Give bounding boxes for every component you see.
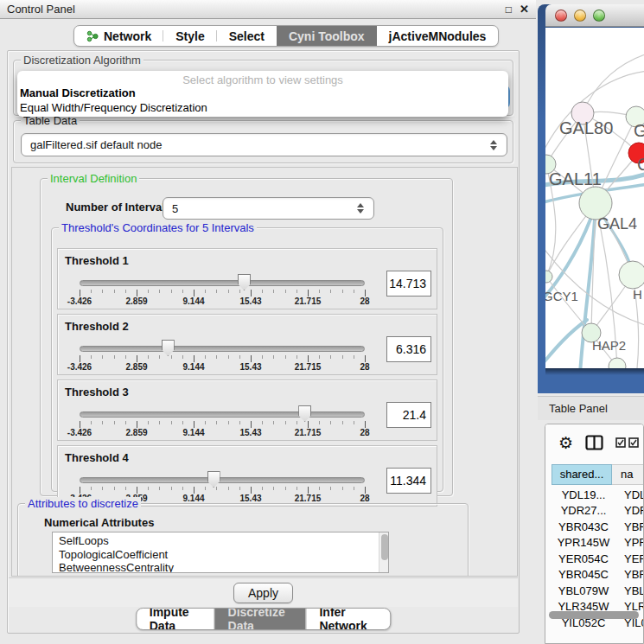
threshold-value-field[interactable]: 14.713 <box>386 271 431 296</box>
top-tab-label: Style <box>175 29 204 43</box>
number-of-intervals-label: Number of Intervals <box>66 201 171 214</box>
cell-name: YBL0 <box>615 584 644 597</box>
slider-ticks <box>80 487 365 494</box>
threshold-value-field[interactable]: 6.316 <box>386 336 431 362</box>
cell-name: YBR0 <box>615 520 644 533</box>
top-tab-cyni-toolbox[interactable]: Cyni Toolbox <box>277 26 377 46</box>
attribute-list-item[interactable]: TopologicalCoefficient <box>53 548 388 562</box>
network-window-titlebar <box>545 4 644 27</box>
top-tab-label: jActiveMNodules <box>389 29 487 43</box>
top-tab-label: Select <box>229 29 265 43</box>
threshold-value-field[interactable]: 11.344 <box>386 468 431 494</box>
slider-track[interactable] <box>80 346 365 352</box>
network-node-label: GAL80 <box>559 118 613 137</box>
minimize-traffic-light[interactable] <box>574 10 586 22</box>
threshold-row: Threshold 2-3.4262.8599.14415.4321.71528… <box>57 314 437 375</box>
cell-shared-name: YPR145W <box>552 536 615 549</box>
window-inner-shadow <box>545 368 644 375</box>
slider-thumb[interactable] <box>298 405 311 422</box>
network-canvas[interactable]: GAL80G.CGAL11GAL4GCY1HHAP2 <box>545 28 644 368</box>
cell-shared-name: YDR27... <box>552 504 615 517</box>
network-node-label: GAL4 <box>597 215 637 233</box>
select-columns-icon[interactable] <box>615 437 639 448</box>
table-row[interactable]: YDR27...YDR2 <box>552 503 644 520</box>
network-node-label: GCY1 <box>545 289 578 303</box>
algorithm-option[interactable]: Equal Width/Frequency Discretization <box>17 100 508 115</box>
algorithm-option[interactable]: Manual Discretization <box>17 86 508 100</box>
settings-scroll-pane: Interval Definition Number of Intervals … <box>11 167 518 577</box>
gear-icon[interactable]: ⚙ <box>558 435 573 451</box>
bottom-tab-impute-data[interactable]: Impute Data <box>137 609 215 629</box>
number-of-intervals-value: 5 <box>163 202 354 215</box>
float-window-icon[interactable]: □ <box>506 4 512 15</box>
slider-thumb[interactable] <box>207 471 220 488</box>
numerical-attributes-list[interactable]: SelfLoopsTopologicalCoefficientBetweenne… <box>52 532 389 573</box>
slider-track[interactable] <box>80 280 365 286</box>
table-horizontal-scrollbar[interactable] <box>549 611 639 619</box>
cell-shared-name: YBR045C <box>552 568 615 581</box>
interval-definition-group: Interval Definition Number of Intervals … <box>40 178 453 496</box>
column-header-name[interactable]: na <box>612 464 644 485</box>
threshold-label: Threshold 4 <box>65 451 129 464</box>
attribute-list-item[interactable]: SelfLoops <box>53 534 388 548</box>
table-header-row: shared... na <box>552 464 644 485</box>
cyni-toolbox-panel: Discretization Algorithm Table Data galF… <box>7 50 520 634</box>
numerical-attributes-label: Numerical Attributes <box>44 516 154 529</box>
top-tab-jactivemnodules[interactable]: jActiveMNodules <box>377 26 499 46</box>
close-traffic-light[interactable] <box>555 10 567 22</box>
cell-name: YDL1 <box>615 488 644 501</box>
attribute-list-scrollbar[interactable] <box>379 532 388 572</box>
top-tab-bar: NetworkStyleSelectCyni ToolboxjActiveMNo… <box>73 25 499 47</box>
network-tab-icon <box>86 30 99 42</box>
top-tab-select[interactable]: Select <box>217 26 277 46</box>
number-of-intervals-combobox[interactable]: 5 <box>163 197 374 220</box>
slider-track[interactable] <box>80 411 365 418</box>
zoom-traffic-light[interactable] <box>593 10 605 22</box>
bottom-tab-infer-network[interactable]: Infer Network <box>306 609 390 629</box>
table-row[interactable]: YER054CYER0 <box>552 551 644 567</box>
algorithm-dropdown-popup: Select algorithm to view settings Manual… <box>17 71 508 117</box>
cell-shared-name: YDL19... <box>552 488 615 501</box>
network-node-label: C <box>637 155 644 174</box>
table-data-combobox[interactable]: galFiltered.sif default node <box>21 133 507 156</box>
network-graph: GAL80G.CGAL11GAL4GCY1HHAP2 <box>545 28 644 368</box>
table-row[interactable]: YBR043CYBR0 <box>552 519 644 535</box>
table-row[interactable]: YDL19...YDL1 <box>552 487 644 503</box>
table-row[interactable]: YPR145WYPR1 <box>552 535 644 552</box>
network-node-label: GAL11 <box>549 169 602 188</box>
thresholds-group-label: Threshold's Coordinates for 5 Intervals <box>59 221 257 234</box>
cell-name: YER0 <box>615 552 644 565</box>
cell-name: YDR2 <box>615 504 644 517</box>
top-tab-label: Network <box>104 29 151 43</box>
algorithm-placeholder-option[interactable]: Select algorithm to view settings <box>17 71 508 86</box>
threshold-row: Threshold 3-3.4262.8599.14415.4321.71528… <box>57 379 437 441</box>
screen: Control Panel □ ✕ NetworkStyleSelectCyni… <box>0 0 644 644</box>
cell-shared-name: YBR043C <box>552 520 615 533</box>
network-node[interactable] <box>545 271 552 283</box>
combo-spinner-icon <box>354 203 367 214</box>
top-tab-network[interactable]: Network <box>74 26 163 46</box>
cell-shared-name: YER054C <box>552 552 615 565</box>
table-data-group: Table Data galFiltered.sif default node <box>13 120 513 163</box>
column-header-shared-name[interactable]: shared... <box>552 464 612 485</box>
slider-thumb[interactable] <box>162 340 175 356</box>
threshold-label: Threshold 1 <box>65 254 129 267</box>
slider-thumb[interactable] <box>238 274 251 290</box>
attribute-list-item[interactable]: BetweennessCentrality <box>53 561 388 573</box>
table-row[interactable]: YBL079WYBL0 <box>552 583 644 599</box>
apply-button[interactable]: Apply <box>233 583 293 603</box>
bottom-tab-discretize-data[interactable]: Discretize Data <box>215 609 307 629</box>
close-icon[interactable]: ✕ <box>520 3 529 15</box>
table-row[interactable]: YBR045CYBR0 <box>552 567 644 583</box>
split-panel-icon[interactable] <box>585 435 603 450</box>
table-panel: ⚙ shared... na YDL19...YDL1YDR27...YDR2Y… <box>545 424 644 644</box>
slider-track[interactable] <box>80 477 365 483</box>
top-tab-style[interactable]: Style <box>163 26 216 46</box>
table-data-value: galFiltered.sif default node <box>22 138 488 151</box>
threshold-value-field[interactable]: 21.4 <box>386 402 431 428</box>
top-tab-label: Cyni Toolbox <box>289 29 365 43</box>
discretization-algorithm-label: Discretization Algorithm <box>21 54 143 67</box>
network-node[interactable] <box>619 261 644 289</box>
slider-tick-labels: -3.4262.8599.14415.4321.71528 <box>80 428 365 438</box>
network-node-label: G. <box>634 121 644 140</box>
